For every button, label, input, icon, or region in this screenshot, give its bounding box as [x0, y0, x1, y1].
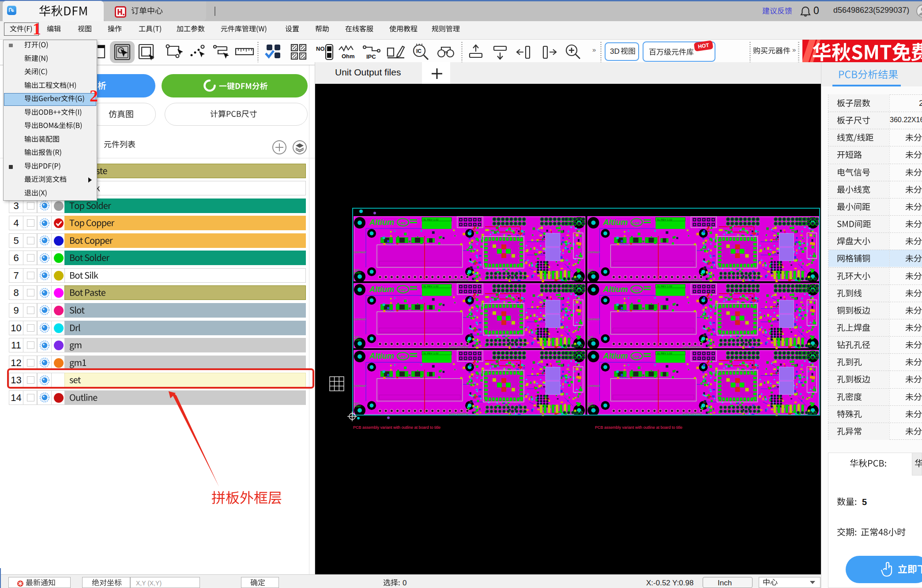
svg-text:NO.: NO. [316, 45, 326, 52]
svg-text:IC: IC [416, 48, 421, 54]
svg-text:Ohm: Ohm [342, 53, 355, 60]
svg-text:PCB assembly variant with outl: PCB assembly variant with outline at boa… [595, 425, 682, 430]
svg-text:IPC: IPC [366, 53, 376, 60]
svg-text:PCB assembly variant with outl: PCB assembly variant with outline at boa… [353, 425, 440, 430]
